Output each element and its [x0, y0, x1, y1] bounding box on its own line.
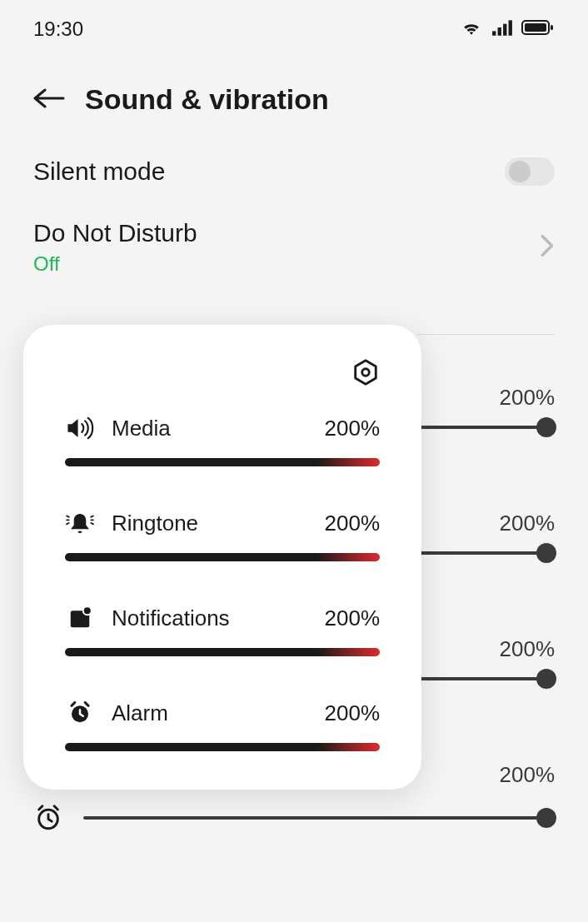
alarm-icon — [33, 803, 63, 833]
slider-thumb[interactable] — [536, 417, 556, 437]
settings-gear-icon[interactable] — [351, 358, 380, 390]
silent-mode-toggle[interactable] — [505, 157, 555, 186]
slider-thumb[interactable] — [536, 808, 556, 828]
media-volume-item: Media 200% — [65, 413, 380, 466]
ringtone-slider[interactable] — [65, 553, 380, 561]
svg-rect-2 — [503, 24, 506, 36]
notification-icon — [65, 603, 95, 633]
svg-rect-0 — [492, 31, 496, 35]
dnd-label: Do Not Disturb — [33, 219, 197, 247]
notifications-volume-item: Notifications 200% — [65, 603, 380, 656]
dnd-row[interactable]: Do Not Disturb Off — [0, 202, 588, 292]
alarm-volume-item: Alarm 200% — [65, 698, 380, 751]
svg-rect-6 — [551, 25, 553, 30]
alarm-slider[interactable] — [65, 743, 380, 751]
slider-thumb[interactable] — [536, 543, 556, 563]
status-icons — [460, 18, 555, 40]
notifications-label: Notifications — [112, 606, 308, 631]
wifi-icon — [460, 18, 483, 40]
bg-slider-3-pct: 200% — [500, 636, 556, 662]
alarm-label: Alarm — [112, 700, 308, 726]
silent-mode-label: Silent mode — [33, 157, 165, 186]
volume-popup: Media 200% Ringtone 200% Notifications 2… — [23, 325, 421, 790]
bell-icon — [65, 508, 95, 538]
bg-slider-4-pct: 200% — [500, 762, 556, 788]
dnd-status: Off — [33, 252, 197, 276]
svg-point-10 — [83, 606, 92, 615]
chevron-right-icon — [540, 234, 555, 261]
bg-slider-4-track[interactable] — [83, 816, 555, 820]
media-slider[interactable] — [65, 458, 380, 466]
svg-point-8 — [362, 369, 370, 376]
speaker-icon — [65, 413, 95, 443]
svg-rect-3 — [509, 20, 512, 35]
bg-slider-2-pct: 200% — [500, 511, 556, 536]
page-header: Sound & vibration — [0, 50, 588, 141]
bg-slider-1-pct: 200% — [500, 385, 556, 411]
ringtone-label: Ringtone — [112, 511, 308, 536]
back-button[interactable] — [33, 86, 65, 114]
media-pct: 200% — [325, 416, 381, 441]
toggle-knob — [509, 161, 531, 182]
battery-icon — [521, 18, 555, 40]
alarm-clock-icon — [65, 698, 95, 728]
ringtone-pct: 200% — [325, 511, 381, 536]
slider-thumb[interactable] — [536, 669, 556, 689]
status-time: 19:30 — [33, 17, 83, 41]
notifications-pct: 200% — [325, 606, 381, 631]
notifications-slider[interactable] — [65, 648, 380, 656]
svg-rect-1 — [498, 27, 501, 36]
silent-mode-row[interactable]: Silent mode — [0, 141, 588, 202]
alarm-pct: 200% — [325, 700, 381, 726]
divider — [416, 334, 555, 335]
signal-icon — [491, 18, 513, 40]
ringtone-volume-item: Ringtone 200% — [65, 508, 380, 561]
svg-rect-5 — [525, 23, 546, 32]
page-title: Sound & vibration — [85, 83, 329, 116]
media-label: Media — [112, 416, 308, 441]
status-bar: 19:30 — [0, 0, 588, 50]
